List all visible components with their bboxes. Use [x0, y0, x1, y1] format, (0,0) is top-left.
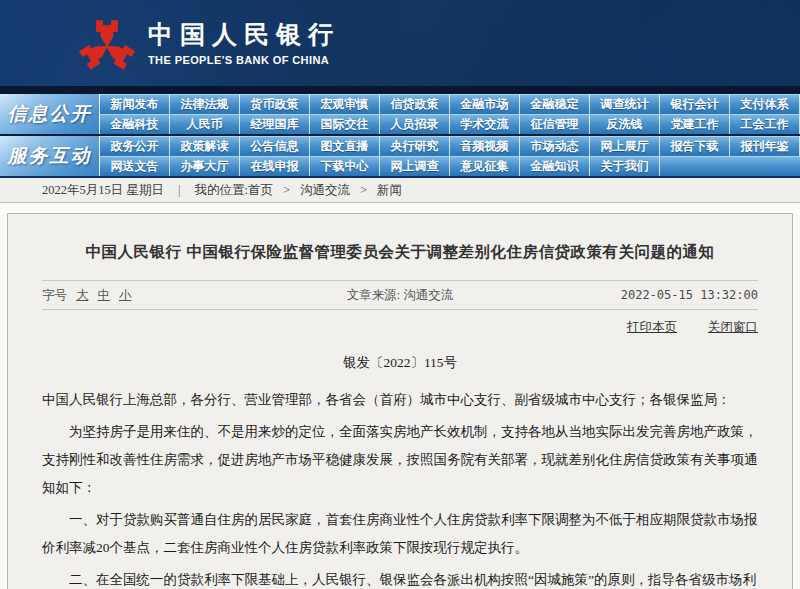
nav-item[interactable]: 反洗钱	[590, 114, 660, 134]
nav-item[interactable]: 图文直播	[310, 136, 380, 156]
nav-item[interactable]: 金融知识	[520, 156, 590, 176]
nav-row: 金融科技人民币经理国库国际交往人员招录学术交流征信管理反洗钱党建工作工会工作	[100, 114, 800, 134]
article-paragraph: 二、在全国统一的贷款利率下限基础上，人民银行、银保监会各派出机构按照“因城施策”…	[42, 566, 758, 589]
nav-item[interactable]: 市场动态	[520, 136, 590, 156]
nav-rows: 政务公开政策解读公告信息图文直播央行研究音频视频市场动态网上展厅报告下载报刊年鉴…	[100, 136, 800, 176]
article-source-label: 文章来源:	[347, 288, 400, 302]
nav-item[interactable]: 金融市场	[450, 94, 520, 114]
nav-item[interactable]: 报告下载	[660, 136, 730, 156]
nav-item[interactable]: 国际交往	[310, 114, 380, 134]
article-datetime: 2022-05-15 13:32:00	[558, 288, 758, 302]
page-title: 中国人民银行 中国银行保险监督管理委员会关于调整差别化住房信贷政策有关问题的通知	[42, 242, 758, 263]
nav-item[interactable]: 关于我们	[590, 156, 660, 176]
nav-item[interactable]: 央行研究	[380, 136, 450, 156]
header-divider-strip	[0, 86, 800, 94]
nav-item[interactable]: 办事大厅	[170, 156, 240, 176]
nav-item[interactable]: 学术交流	[450, 114, 520, 134]
site-header: 中国人民银行 THE PEOPLE'S BANK OF CHINA	[0, 0, 800, 86]
nav-item[interactable]: 在线申报	[240, 156, 310, 176]
nav-section: 服务互动政务公开政策解读公告信息图文直播央行研究音频视频市场动态网上展厅报告下载…	[0, 134, 800, 176]
breadcrumb-location-label: 我的位置:	[194, 178, 247, 202]
nav-item[interactable]: 人员招录	[380, 114, 450, 134]
nav-filler	[660, 156, 800, 176]
logo-text: 中国人民银行 THE PEOPLE'S BANK OF CHINA	[148, 18, 340, 66]
nav-row: 网送文告办事大厅在线申报下载中心网上调查意见征集金融知识关于我们	[100, 156, 800, 176]
pboc-logo: 中国人民银行 THE PEOPLE'S BANK OF CHINA	[78, 12, 340, 72]
nav-item[interactable]: 支付体系	[730, 94, 800, 114]
breadcrumb-separator: >	[360, 178, 367, 202]
article-source-value: 沟通交流	[403, 288, 453, 302]
nav-item[interactable]: 工会工作	[730, 114, 800, 134]
nav-item[interactable]: 党建工作	[660, 114, 730, 134]
nav-rows: 新闻发布法律法规货币政策宏观审慎信贷政策金融市场金融稳定调查统计银行会计支付体系…	[100, 94, 800, 134]
breadcrumb-date: 2022年5月15日 星期日	[42, 178, 164, 202]
close-window-link[interactable]: 关闭窗口	[708, 320, 758, 334]
nav-row: 新闻发布法律法规货币政策宏观审慎信贷政策金融市场金融稳定调查统计银行会计支付体系	[100, 94, 800, 114]
document-number: 银发〔2022〕115号	[42, 354, 758, 372]
nav-section-label[interactable]: 信息公开	[0, 94, 100, 134]
nav-item[interactable]: 金融科技	[100, 114, 170, 134]
nav-item[interactable]: 下载中心	[310, 156, 380, 176]
nav-row: 政务公开政策解读公告信息图文直播央行研究音频视频市场动态网上展厅报告下载报刊年鉴	[100, 136, 800, 156]
nav-item[interactable]: 信贷政策	[380, 94, 450, 114]
font-size-controls: 字号 大 中 小	[42, 287, 242, 304]
nav-item[interactable]: 金融稳定	[520, 94, 590, 114]
nav-item[interactable]: 网送文告	[100, 156, 170, 176]
article-actions: 打印本页 关闭窗口	[42, 310, 758, 338]
breadcrumb-home-link[interactable]: 首页	[248, 178, 273, 202]
logo-title-cn: 中国人民银行	[148, 18, 340, 51]
nav-item[interactable]: 公告信息	[240, 136, 310, 156]
pboc-emblem-icon	[78, 12, 136, 72]
nav-item[interactable]: 银行会计	[660, 94, 730, 114]
article-paragraph: 为坚持房子是用来住的、不是用来炒的定位，全面落实房地产长效机制，支持各地从当地实…	[42, 418, 758, 502]
nav-item[interactable]: 经理国库	[240, 114, 310, 134]
nav-section: 信息公开新闻发布法律法规货币政策宏观审慎信贷政策金融市场金融稳定调查统计银行会计…	[0, 94, 800, 134]
breadcrumb-link-section[interactable]: 沟通交流	[300, 178, 350, 202]
nav-item[interactable]: 新闻发布	[100, 94, 170, 114]
article-paragraph: 一、对于贷款购买普通自住房的居民家庭，首套住房商业性个人住房贷款利率下限调整为不…	[42, 506, 758, 562]
nav-item[interactable]: 意见征集	[450, 156, 520, 176]
article-paragraph: 中国人民银行上海总部，各分行、营业管理部，各省会（首府）城市中心支行、副省级城市…	[42, 386, 758, 414]
page: 中国人民银行 THE PEOPLE'S BANK OF CHINA 信息公开新闻…	[0, 0, 800, 589]
nav-item[interactable]: 人民币	[170, 114, 240, 134]
nav-item[interactable]: 政策解读	[170, 136, 240, 156]
article-source: 文章来源: 沟通交流	[242, 287, 558, 304]
logo-title-en: THE PEOPLE'S BANK OF CHINA	[148, 54, 340, 66]
nav-item[interactable]: 网上展厅	[590, 136, 660, 156]
breadcrumb-link-news[interactable]: 新闻	[377, 178, 402, 202]
article-body: 中国人民银行上海总部，各分行、营业管理部，各省会（首府）城市中心支行、副省级城市…	[42, 386, 758, 589]
article-panel: 中国人民银行 中国银行保险监督管理委员会关于调整差别化住房信贷政策有关问题的通知…	[7, 213, 793, 589]
breadcrumb: 2022年5月15日 星期日 | 我的位置: 首页 > 沟通交流 > 新闻	[0, 178, 800, 203]
font-size-label: 字号	[42, 287, 67, 304]
nav-item[interactable]: 宏观审慎	[310, 94, 380, 114]
font-size-small-link[interactable]: 小	[119, 287, 132, 304]
nav-item[interactable]: 网上调查	[380, 156, 450, 176]
nav-section-label[interactable]: 服务互动	[0, 136, 100, 176]
font-size-medium-link[interactable]: 中	[98, 287, 111, 304]
article-meta-row: 字号 大 中 小 文章来源: 沟通交流 2022-05-15 13:32:00	[42, 281, 758, 309]
print-page-link[interactable]: 打印本页	[627, 320, 677, 334]
nav-item[interactable]: 法律法规	[170, 94, 240, 114]
nav-item[interactable]: 政务公开	[100, 136, 170, 156]
font-size-large-link[interactable]: 大	[76, 287, 89, 304]
main-nav: 信息公开新闻发布法律法规货币政策宏观审慎信贷政策金融市场金融稳定调查统计银行会计…	[0, 94, 800, 178]
nav-item[interactable]: 货币政策	[240, 94, 310, 114]
nav-item[interactable]: 报刊年鉴	[730, 136, 800, 156]
nav-item[interactable]: 征信管理	[520, 114, 590, 134]
nav-item[interactable]: 调查统计	[590, 94, 660, 114]
nav-item[interactable]: 音频视频	[450, 136, 520, 156]
breadcrumb-separator: >	[283, 178, 290, 202]
breadcrumb-pipe: |	[178, 178, 181, 202]
